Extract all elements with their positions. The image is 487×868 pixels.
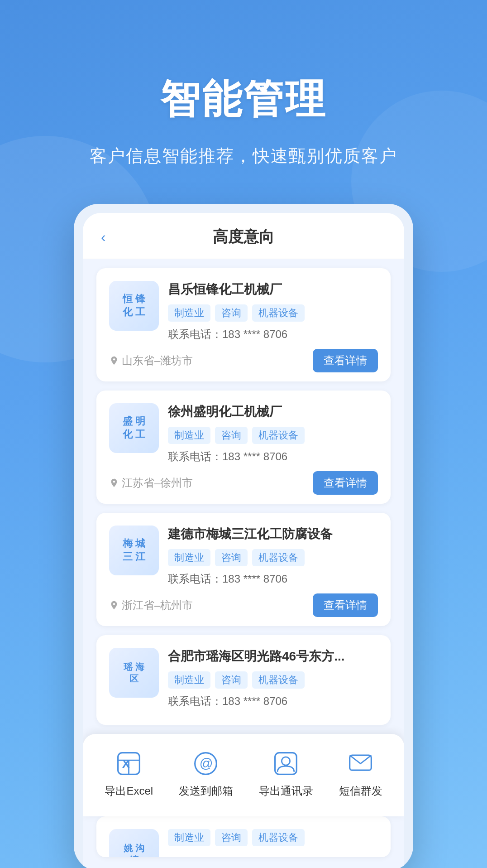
- tag-2-1: 制造业: [168, 427, 210, 444]
- partial-tag-3: 机器设备: [252, 829, 305, 846]
- toolbar-item-email[interactable]: @ 发送到邮箱: [179, 747, 233, 798]
- card-phone-4: 联系电话：183 **** 8706: [168, 694, 378, 709]
- partial-card-info: 制造业 咨询 机器设备: [168, 829, 378, 857]
- card-tags-1: 制造业 咨询 机器设备: [168, 304, 378, 322]
- tag-3-3: 机器设备: [252, 549, 305, 566]
- card-info-4: 合肥市瑶海区明光路46号东方... 制造业 咨询 机器设备 联系电话：183 *…: [168, 648, 378, 709]
- card-info-3: 建德市梅城三江化工防腐设备 制造业 咨询 机器设备 联系电话：183 **** …: [168, 526, 378, 586]
- excel-svg: X: [116, 751, 141, 776]
- company-name-1: 昌乐恒锋化工机械厂: [168, 281, 378, 298]
- tag-4-3: 机器设备: [252, 671, 305, 689]
- email-svg: @: [193, 751, 218, 776]
- avatar-3: 梅 城三 江: [109, 526, 159, 575]
- customer-card: 恒 锋化 工 昌乐恒锋化工机械厂 制造业 咨询 机器设备 联系电话：183 **…: [96, 268, 391, 381]
- location-text-1: 山东省–潍坊市: [122, 353, 193, 368]
- hero-subtitle: 客户信息智能推荐，快速甄别优质客户: [90, 145, 397, 168]
- card-top-4: 瑶 海区 合肥市瑶海区明光路46号东方... 制造业 咨询 机器设备 联系电话：…: [109, 648, 378, 709]
- company-name-2: 徐州盛明化工机械厂: [168, 403, 378, 420]
- card-top-1: 恒 锋化 工 昌乐恒锋化工机械厂 制造业 咨询 机器设备 联系电话：183 **…: [109, 281, 378, 342]
- card-top-2: 盛 明化 工 徐州盛明化工机械厂 制造业 咨询 机器设备 联系电话：183 **…: [109, 403, 378, 464]
- card-phone-1: 联系电话：183 **** 8706: [168, 327, 378, 342]
- svg-point-7: [282, 757, 290, 765]
- tag-4-1: 制造业: [168, 671, 210, 689]
- card-tags-3: 制造业 咨询 机器设备: [168, 549, 378, 566]
- partial-card-area: 姚 沟镇 制造业 咨询 机器设备: [83, 816, 404, 868]
- partial-customer-card: 姚 沟镇 制造业 咨询 机器设备: [96, 816, 391, 857]
- contacts-icon: [270, 747, 302, 779]
- hero-title: 智能管理: [160, 72, 327, 126]
- tag-2-3: 机器设备: [252, 427, 305, 444]
- location-text-3: 浙江省–杭州市: [122, 598, 193, 612]
- phone-header-title: 高度意向: [213, 227, 274, 247]
- tag-1-1: 制造业: [168, 304, 210, 322]
- partial-card-tags: 制造业 咨询 机器设备: [168, 829, 378, 846]
- toolbar-item-contacts[interactable]: 导出通讯录: [259, 747, 313, 798]
- phone-screen: ‹ 高度意向 恒 锋化 工 昌乐恒锋化工机械厂 制造业 咨询 机器设备: [83, 213, 404, 868]
- partial-tag-2: 咨询: [215, 829, 248, 846]
- company-name-3: 建德市梅城三江化工防腐设备: [168, 526, 378, 543]
- card-bottom-2: 江苏省–徐州市 查看详情: [109, 471, 378, 495]
- location-icon-1: [109, 356, 119, 366]
- partial-card-top: 姚 沟镇 制造业 咨询 机器设备: [109, 829, 378, 857]
- card-info-2: 徐州盛明化工机械厂 制造业 咨询 机器设备 联系电话：183 **** 8706: [168, 403, 378, 464]
- partial-tag-1: 制造业: [168, 829, 210, 846]
- email-label: 发送到邮箱: [179, 784, 233, 798]
- card-info-1: 昌乐恒锋化工机械厂 制造业 咨询 机器设备 联系电话：183 **** 8706: [168, 281, 378, 342]
- avatar-2: 盛 明化 工: [109, 403, 159, 453]
- avatar-4: 瑶 海区: [109, 648, 159, 698]
- location-icon-2: [109, 478, 119, 488]
- excel-label: 导出Excel: [105, 784, 153, 798]
- back-button[interactable]: ‹: [101, 229, 106, 246]
- phone-header: ‹ 高度意向: [83, 213, 404, 259]
- location-text-2: 江苏省–徐州市: [122, 476, 193, 490]
- card-bottom-3: 浙江省–杭州市 查看详情: [109, 593, 378, 617]
- tag-2-2: 咨询: [215, 427, 248, 444]
- sms-label: 短信群发: [339, 784, 382, 798]
- detail-button-1[interactable]: 查看详情: [313, 349, 378, 372]
- customer-card-3: 梅 城三 江 建德市梅城三江化工防腐设备 制造业 咨询 机器设备 联系电话：18…: [96, 513, 391, 626]
- sms-icon: [345, 747, 377, 779]
- customer-card-4: 瑶 海区 合肥市瑶海区明光路46号东方... 制造业 咨询 机器设备 联系电话：…: [96, 635, 391, 725]
- sms-svg: [348, 751, 373, 776]
- card-phone-3: 联系电话：183 **** 8706: [168, 572, 378, 586]
- tag-3-2: 咨询: [215, 549, 248, 566]
- svg-text:@: @: [200, 755, 213, 770]
- partial-avatar: 姚 沟镇: [109, 829, 159, 857]
- contacts-label: 导出通讯录: [259, 784, 313, 798]
- toolbar-item-sms[interactable]: 短信群发: [339, 747, 382, 798]
- customer-card-2: 盛 明化 工 徐州盛明化工机械厂 制造业 咨询 机器设备 联系电话：183 **…: [96, 391, 391, 504]
- card-location-2: 江苏省–徐州市: [109, 476, 193, 490]
- excel-icon: X: [113, 747, 145, 779]
- company-name-4: 合肥市瑶海区明光路46号东方...: [168, 648, 378, 665]
- toolbar-item-excel[interactable]: X 导出Excel: [105, 747, 153, 798]
- customer-list: 恒 锋化 工 昌乐恒锋化工机械厂 制造业 咨询 机器设备 联系电话：183 **…: [83, 259, 404, 734]
- card-tags-4: 制造业 咨询 机器设备: [168, 671, 378, 689]
- tag-1-2: 咨询: [215, 304, 248, 322]
- contacts-svg: [273, 751, 298, 776]
- detail-button-3[interactable]: 查看详情: [313, 593, 378, 617]
- page-content: 智能管理 客户信息智能推荐，快速甄别优质客户 ‹ 高度意向 恒 锋化 工 昌乐恒…: [0, 0, 487, 868]
- bottom-toolbar: X 导出Excel @ 发送到邮箱: [83, 734, 404, 816]
- card-location-1: 山东省–潍坊市: [109, 353, 193, 368]
- card-phone-2: 联系电话：183 **** 8706: [168, 449, 378, 464]
- tag-1-3: 机器设备: [252, 304, 305, 322]
- detail-button-2[interactable]: 查看详情: [313, 471, 378, 495]
- email-icon: @: [190, 747, 222, 779]
- location-icon-3: [109, 600, 119, 610]
- card-location-3: 浙江省–杭州市: [109, 598, 193, 612]
- svg-rect-6: [275, 752, 297, 774]
- avatar-1: 恒 锋化 工: [109, 281, 159, 331]
- card-tags-2: 制造业 咨询 机器设备: [168, 427, 378, 444]
- card-bottom-1: 山东省–潍坊市 查看详情: [109, 349, 378, 372]
- tag-4-2: 咨询: [215, 671, 248, 689]
- phone-mockup: ‹ 高度意向 恒 锋化 工 昌乐恒锋化工机械厂 制造业 咨询 机器设备: [74, 204, 413, 868]
- tag-3-1: 制造业: [168, 549, 210, 566]
- card-top-3: 梅 城三 江 建德市梅城三江化工防腐设备 制造业 咨询 机器设备 联系电话：18…: [109, 526, 378, 586]
